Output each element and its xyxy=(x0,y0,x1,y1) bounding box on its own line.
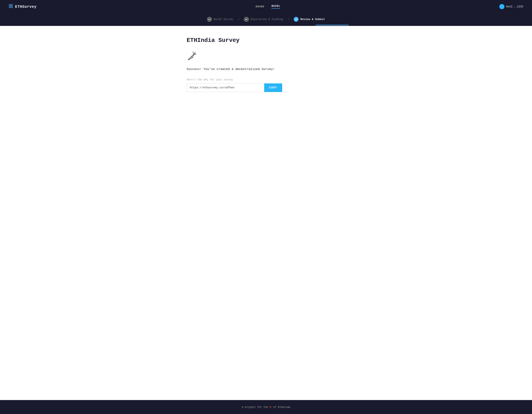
wallet-avatar xyxy=(499,4,504,9)
svg-rect-2 xyxy=(11,4,12,6)
svg-rect-1 xyxy=(9,6,10,8)
logo-icon xyxy=(9,4,13,9)
svg-marker-4 xyxy=(188,56,192,60)
step-icon-review xyxy=(294,17,298,22)
step-arrow-1: › xyxy=(238,18,239,21)
url-label: Here's the URL for your survey xyxy=(187,78,345,81)
navbar: ETHSurvey BOARD BUIDL 0x12...1233 xyxy=(0,0,532,13)
step-buidl-survey: Buidl Survey xyxy=(207,17,233,25)
step-review-submit: Review & Submit xyxy=(294,17,325,25)
step-arrow-2: › xyxy=(288,18,290,21)
nav-buidl-link[interactable]: BUIDL xyxy=(272,5,280,9)
copy-button[interactable]: COPY xyxy=(264,83,282,92)
footer-text-suffix: of Ethereum xyxy=(273,406,290,409)
step-label-buidl: Buidl Survey xyxy=(214,18,233,21)
svg-rect-0 xyxy=(9,4,10,6)
svg-rect-3 xyxy=(11,6,12,8)
logo-area: ETHSurvey xyxy=(9,4,37,9)
wallet-address: 0x12...1233 xyxy=(506,5,523,8)
step-label-review: Review & Submit xyxy=(300,18,325,21)
footer: A project for the ❤ of Ethereum xyxy=(0,400,532,414)
nav-board-link[interactable]: BOARD xyxy=(256,5,264,8)
logo-text: ETHSurvey xyxy=(15,5,37,9)
svg-line-9 xyxy=(193,52,193,53)
success-message: Success! You've created a decentralized … xyxy=(187,67,345,71)
svg-line-8 xyxy=(195,54,196,55)
survey-url-input[interactable] xyxy=(187,83,264,92)
url-input-row: COPY xyxy=(187,83,282,92)
footer-text-prefix: A project for the xyxy=(242,406,268,409)
survey-title: ETHIndia Survey xyxy=(187,37,345,44)
footer-heart-icon: ❤ xyxy=(270,405,273,409)
step-expiration-funding: Expiration & Funding xyxy=(244,17,283,25)
svg-point-11 xyxy=(193,52,194,52)
success-icon-area xyxy=(187,51,345,62)
main-content: ETHIndia Survey Success! You've created … xyxy=(178,26,354,400)
svg-point-10 xyxy=(195,53,196,54)
step-label-expiration: Expiration & Funding xyxy=(251,18,283,21)
active-step-underline xyxy=(316,25,349,25)
party-popper-icon xyxy=(187,51,197,61)
step-icon-buidl xyxy=(207,17,212,22)
step-icon-expiration xyxy=(244,17,249,22)
stepper: Buidl Survey › Expiration & Funding › Re… xyxy=(0,13,532,26)
nav-links: BOARD BUIDL xyxy=(256,5,280,9)
wallet-area: 0x12...1233 xyxy=(499,4,523,9)
